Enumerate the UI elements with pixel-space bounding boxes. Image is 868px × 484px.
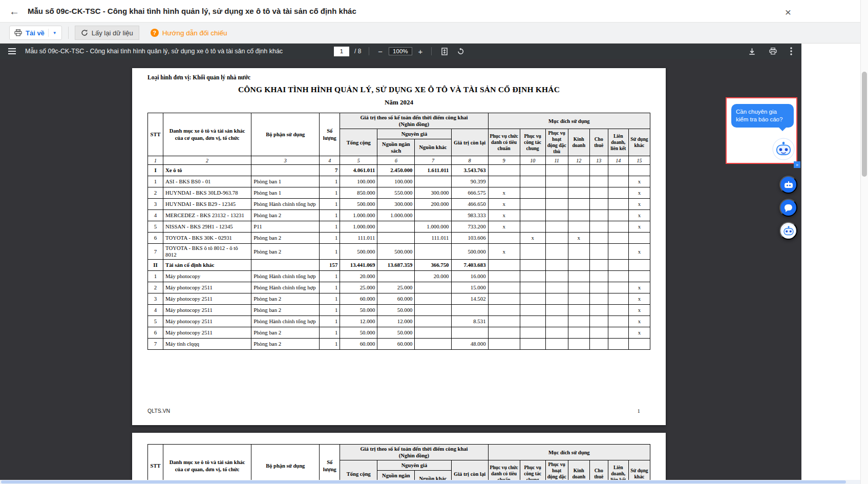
- table-cell: 5: [148, 316, 163, 327]
- zoom-in-button[interactable]: +: [417, 48, 424, 55]
- table-cell: 1: [320, 327, 340, 339]
- pdf-more-menu-button[interactable]: [788, 45, 794, 57]
- table-cell: 90.399: [451, 176, 488, 187]
- table-cell: [589, 339, 608, 350]
- table-cell: [589, 282, 608, 293]
- table-cell: 50.000: [377, 327, 415, 339]
- col-header-department: Bộ phận sử dụng: [251, 445, 320, 480]
- table-cell: 500.000: [340, 244, 377, 260]
- reload-data-button[interactable]: Lấy lại dữ liệu: [75, 26, 139, 40]
- col-header-stt: STT: [148, 445, 163, 480]
- page-count-label: / 8: [354, 48, 361, 55]
- table-cell: HUYNDAI - BKS 30LD-963.78: [163, 187, 251, 199]
- col-group-purpose: Mục đích sử dụng: [488, 113, 650, 129]
- table-cell: [520, 271, 545, 282]
- table-cell: NISSAN - BKS 29H1 - 12345: [163, 221, 251, 233]
- page-number-input[interactable]: [334, 47, 349, 56]
- table-row: 7Máy tính clqqqPhòng ban 2160.00060.0004…: [148, 339, 650, 350]
- table-cell: [628, 260, 650, 271]
- table-cell: 1: [320, 271, 340, 282]
- table-cell: [568, 244, 589, 260]
- sidebar-menu-button[interactable]: [6, 46, 18, 56]
- table-row: 1ASI - BKS BS0 - 01Phòng ban 11100.00010…: [148, 176, 650, 187]
- table-cell: 157: [320, 260, 340, 271]
- col-header-purpose-joint-venture: Liên doanh, liên kết: [608, 460, 628, 480]
- table-cell: x: [628, 327, 650, 339]
- page-title: Mẫu số 09c-CK-TSC - Công khai tình hình …: [28, 7, 356, 15]
- table-cell: 7: [148, 339, 163, 350]
- table-cell: P11: [251, 221, 320, 233]
- table-cell: [545, 244, 568, 260]
- report-table-header: STT Danh mục xe ô tô và tài sản khác của…: [148, 113, 650, 165]
- table-cell: 1: [320, 176, 340, 187]
- col-header-other-source: Nguồn khác: [415, 470, 451, 480]
- table-cell: [415, 316, 451, 327]
- chat-support-fab[interactable]: [779, 199, 797, 217]
- comparison-guide-button[interactable]: ? Hướng dẫn đối chiếu: [147, 28, 230, 37]
- widget-collapse-badge[interactable]: »: [794, 161, 800, 168]
- chatbot-fab[interactable]: [779, 222, 797, 240]
- table-cell: ASI - BKS BS0 - 01: [163, 176, 251, 187]
- close-button[interactable]: ×: [783, 5, 793, 19]
- table-cell: [488, 327, 520, 339]
- table-cell: [545, 271, 568, 282]
- horizontal-scrollbar-thumb[interactable]: [1, 480, 846, 483]
- pdf-print-button[interactable]: [767, 46, 779, 57]
- col-header-purpose-lease: Cho thuê: [589, 460, 608, 480]
- table-cell: Phòng Hành chính tổng hợp: [251, 271, 320, 282]
- table-cell: [251, 165, 320, 176]
- table-cell: [568, 260, 589, 271]
- table-cell: [568, 316, 589, 327]
- table-cell: 1: [320, 210, 340, 221]
- col-header-purpose-general: Phục vụ công tác chung: [520, 129, 545, 156]
- table-cell: [545, 221, 568, 233]
- chatbot-mascot-icon[interactable]: [772, 138, 795, 162]
- col-group-purpose: Mục đích sử dụng: [488, 445, 650, 460]
- action-bar: Tải về ▼ Lấy lại dữ liệu ? Hướng dẫn đối…: [0, 23, 868, 44]
- table-cell: 1: [320, 187, 340, 199]
- table-cell: Phòng ban 2: [251, 293, 320, 305]
- download-report-button[interactable]: Tải về ▼: [9, 26, 62, 40]
- table-cell: [451, 327, 488, 339]
- table-cell: [520, 327, 545, 339]
- table-cell: 7: [148, 244, 163, 260]
- expert-chat-bubble[interactable]: Cần chuyên gia kiểm tra báo cáo?: [731, 104, 794, 128]
- table-cell: 1: [320, 282, 340, 293]
- table-cell: x: [628, 244, 650, 260]
- col-header-budget-source: Nguồn ngân sách: [377, 470, 415, 480]
- table-cell: [488, 176, 520, 187]
- table-cell: [608, 305, 628, 316]
- table-cell: 666.575: [451, 187, 488, 199]
- table-cell: [520, 221, 545, 233]
- table-cell: [377, 233, 415, 244]
- table-cell: 3.543.763: [451, 165, 488, 176]
- table-cell: 1: [320, 305, 340, 316]
- assistant-fab[interactable]: [779, 176, 797, 194]
- table-cell: 25.000: [377, 282, 415, 293]
- table-cell: 50.000: [377, 305, 415, 316]
- back-button[interactable]: ←: [7, 4, 22, 18]
- fit-page-button[interactable]: [439, 46, 450, 57]
- table-cell: x: [628, 176, 650, 187]
- table-cell: 2: [148, 187, 163, 199]
- table-cell: [568, 199, 589, 210]
- print-icon: [769, 48, 777, 55]
- table-cell: [589, 176, 608, 187]
- zoom-level-field[interactable]: 100%: [389, 47, 412, 55]
- col-header-quantity: Số lượng: [320, 113, 340, 156]
- report-table-body: IXe ô tô74.061.0112.450.0001.611.0113.54…: [148, 165, 650, 350]
- table-cell: [545, 260, 568, 271]
- table-cell: TOYOTA - BKS ô tô 8012 - ô tô 8012: [163, 244, 251, 260]
- table-row: 7TOYOTA - BKS ô tô 8012 - ô tô 8012Phòng…: [148, 244, 650, 260]
- zoom-out-button[interactable]: −: [377, 48, 384, 55]
- chevron-down-icon[interactable]: ▼: [48, 29, 57, 37]
- table-cell: 500.000: [451, 244, 488, 260]
- vertical-scrollbar-thumb[interactable]: [862, 72, 867, 177]
- footer-page-number: 1: [638, 408, 641, 414]
- table-cell: [545, 339, 568, 350]
- table-cell: [608, 176, 628, 187]
- rotate-page-button[interactable]: [455, 46, 467, 57]
- pdf-download-button[interactable]: [746, 46, 758, 57]
- unit-type-label: Loại hình đơn vị: Khối quản lý nhà nước: [147, 74, 650, 80]
- col-header-total: Tổng cộng: [340, 129, 377, 156]
